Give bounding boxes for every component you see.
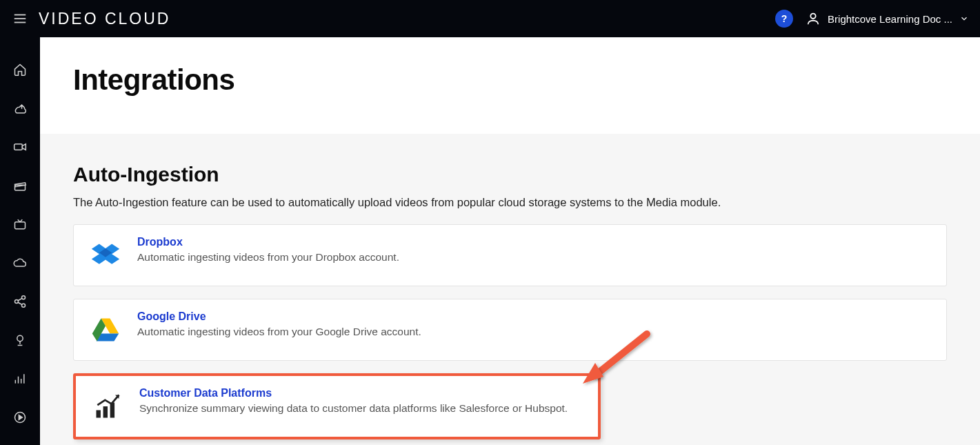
- google-drive-icon: [89, 313, 122, 346]
- user-menu[interactable]: Brightcove Learning Doc ...: [806, 11, 969, 26]
- svg-line-12: [18, 302, 22, 304]
- svg-marker-19: [19, 415, 22, 420]
- svg-line-11: [18, 298, 22, 300]
- hamburger-icon: [12, 11, 28, 26]
- svg-point-8: [22, 296, 26, 299]
- card-title[interactable]: Dropbox: [137, 236, 931, 248]
- integration-card-google-drive[interactable]: Google Drive Automatic ingesting videos …: [73, 299, 947, 361]
- svg-rect-24: [110, 403, 114, 418]
- menu-toggle[interactable]: [6, 4, 34, 33]
- svg-point-9: [15, 300, 19, 304]
- home-icon: [13, 63, 27, 77]
- main-content: Integrations Auto-Ingestion The Auto-Ing…: [40, 37, 980, 445]
- card-description: Automatic ingesting videos from your Dro…: [137, 251, 931, 264]
- cloud-icon: [13, 256, 27, 270]
- nav-tv[interactable]: [0, 211, 40, 237]
- svg-rect-23: [103, 406, 108, 418]
- help-button[interactable]: ?: [775, 10, 793, 28]
- card-description: Synchronize summary viewing data to cust…: [139, 402, 583, 415]
- integration-card-cdp[interactable]: Customer Data Platforms Synchronize summ…: [73, 373, 601, 439]
- page-title: Integrations: [73, 63, 947, 97]
- mic-icon: [13, 333, 27, 347]
- nav-cloud[interactable]: [0, 250, 40, 276]
- side-nav: [0, 37, 40, 445]
- user-label: Brightcove Learning Doc ...: [828, 13, 952, 25]
- card-title[interactable]: Customer Data Platforms: [139, 387, 583, 399]
- tv-icon: [13, 217, 27, 231]
- camera-icon: [13, 140, 27, 154]
- person-icon: [806, 11, 821, 26]
- nav-play[interactable]: [0, 404, 40, 431]
- card-title[interactable]: Google Drive: [137, 310, 931, 323]
- svg-rect-7: [15, 222, 26, 229]
- integration-card-dropbox[interactable]: Dropbox Automatic ingesting videos from …: [73, 224, 947, 286]
- app-logo: VIDEO CLOUD: [39, 10, 170, 28]
- nav-analytics[interactable]: [0, 366, 40, 392]
- nav-share[interactable]: [0, 288, 40, 315]
- share-icon: [13, 295, 27, 308]
- nav-home[interactable]: [0, 57, 40, 83]
- svg-point-3: [810, 14, 815, 19]
- svg-rect-5: [14, 144, 23, 150]
- upload-icon: [13, 101, 27, 115]
- topbar: VIDEO CLOUD ? Brightcove Learning Doc ..…: [0, 0, 980, 37]
- section-title: Auto-Ingestion: [73, 163, 947, 186]
- play-icon: [13, 411, 27, 424]
- nav-media[interactable]: [0, 134, 40, 160]
- dropbox-icon: [89, 239, 122, 272]
- nav-clapper[interactable]: [0, 172, 40, 199]
- svg-rect-22: [97, 411, 101, 418]
- nav-insights[interactable]: [0, 327, 40, 353]
- chevron-down-icon: [959, 14, 969, 23]
- analytics-icon: [13, 372, 27, 386]
- cdp-icon: [91, 390, 124, 423]
- svg-point-13: [17, 335, 23, 341]
- svg-point-10: [22, 304, 26, 307]
- section-description: The Auto-Ingestion feature can be used t…: [73, 196, 947, 209]
- card-description: Automatic ingesting videos from your Goo…: [137, 326, 931, 338]
- nav-upload[interactable]: [0, 95, 40, 121]
- clapper-icon: [13, 179, 27, 192]
